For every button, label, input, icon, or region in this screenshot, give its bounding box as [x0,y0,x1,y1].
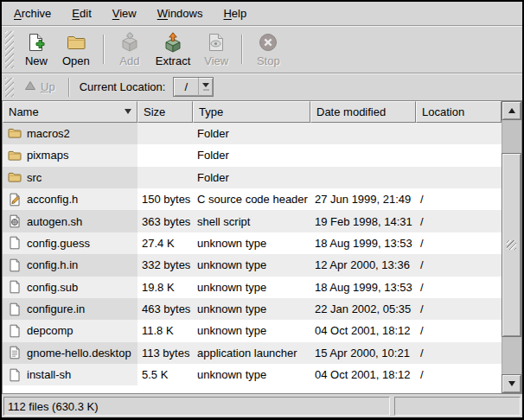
file-name: config.guess [27,237,90,250]
toolbar-button-open[interactable]: Open [55,29,97,69]
combobox-dropdown-button[interactable] [198,78,213,96]
toolbar-button-label: New [25,54,48,67]
column-header-label: Location [422,105,464,118]
menu-item-view[interactable]: View [102,4,147,22]
cell-name: src [3,167,137,188]
cell-type: unknown type [193,232,310,254]
table-row[interactable]: gnome-hello.desktop113 bytesapplication … [3,342,502,364]
cell-name: config.sub [3,277,137,298]
cell-date-modified: 27 Jun 1999, 21:49 [310,188,416,210]
toolbar-drag-handle[interactable] [5,31,14,68]
cell-date-modified [310,167,416,188]
column-header-label: Size [144,105,165,118]
table-row[interactable]: config.guess27.4 Kunknown type18 Aug 199… [3,232,502,254]
cell-location: / [416,277,502,298]
locationbar-drag-handle[interactable] [5,78,14,97]
cell-size: 363 bytes [137,210,193,232]
toolbar: NewOpenAddExtractViewStop [2,27,522,73]
cell-type: unknown type [193,298,310,320]
menu-item-archive[interactable]: Archive [3,4,61,22]
cell-location: / [416,254,502,276]
scroll-up-button[interactable] [502,101,521,120]
table-row[interactable]: autogen.sh363 bytesshell script19 Feb 19… [3,210,502,232]
scrollbar-trough[interactable] [502,120,521,374]
table-header: NameSizeTypeDate modifiedLocation [3,101,502,123]
table-row[interactable]: acconfig.h150 bytesC source code header2… [3,188,502,210]
table-row[interactable]: configure.in463 bytesunknown type22 Jan … [3,298,502,320]
column-header-date-modified[interactable]: Date modified [310,101,416,123]
toolbar-button-extract[interactable]: Extract [149,29,197,69]
view-document-icon [206,32,227,53]
menu-item-windows[interactable]: Windows [147,4,214,22]
current-location-label: Current Location: [80,80,166,93]
cell-date-modified: 19 Feb 1998, 14:31 [310,210,416,232]
doc-lines-icon [8,346,22,360]
location-combobox[interactable]: / [173,77,214,97]
doc-icon [8,302,22,316]
doc-icon [8,368,22,382]
cell-name: depcomp [3,320,137,341]
cell-name: macros2 [3,123,137,144]
menu-item-edit[interactable]: Edit [61,4,101,22]
table-row[interactable]: srcFolder [3,167,502,188]
table-row[interactable]: install-sh5.5 Kunknown type04 Oct 2001, … [3,364,502,385]
cell-location [416,144,502,166]
column-header-label: Name [9,105,39,118]
open-folder-icon [66,32,86,53]
up-button-label: Up [41,80,55,93]
sort-indicator-icon [125,109,131,114]
scroll-down-button[interactable] [502,374,521,393]
toolbar-button-label: Stop [257,54,280,67]
cell-location: / [416,210,502,232]
up-button[interactable]: Up [17,79,62,95]
location-combobox-value: / [174,78,198,96]
folder-icon [8,126,22,140]
column-header-name[interactable]: Name [3,101,137,123]
column-header-size[interactable]: Size [137,101,193,123]
table-row[interactable]: config.sub19.8 Kunknown type18 Aug 1999,… [3,277,502,298]
toolbar-button-label: Open [62,54,90,67]
cell-type: C source code header [193,188,310,210]
archive-manager-window: ArchiveEditViewWindowsHelp NewOpenAddExt… [0,0,524,420]
table-row[interactable]: macros2Folder [3,123,502,144]
locationbar-group-separator [68,78,70,97]
doc-icon [8,258,22,272]
folder-icon [8,170,22,184]
cell-type: unknown type [193,254,310,276]
cell-size: 113 bytes [137,342,193,364]
cell-location: / [416,342,502,364]
doc-edit-icon [8,193,22,207]
menu-item-help[interactable]: Help [213,4,257,22]
cell-name: acconfig.h [3,188,137,210]
doc-gear-icon [8,214,22,228]
cell-date-modified: 15 Apr 2000, 10:21 [310,342,416,364]
cell-date-modified: 04 Oct 2001, 18:12 [310,364,416,385]
cell-location: / [416,298,502,320]
vertical-scrollbar[interactable] [502,101,521,393]
stop-icon [258,32,278,53]
cell-name: gnome-hello.desktop [3,342,137,364]
toolbar-button-add[interactable]: Add [111,29,149,69]
table-row[interactable]: pixmapsFolder [3,144,502,166]
scrollbar-slider[interactable] [502,153,521,337]
status-progress-box [394,397,521,416]
file-name: depcomp [27,324,73,337]
column-header-location[interactable]: Location [416,101,502,123]
doc-icon [8,280,22,294]
table-row[interactable]: depcomp11.8 Kunknown type04 Oct 2001, 18… [3,320,502,341]
file-name: config.sub [27,281,78,294]
file-name: gnome-hello.desktop [27,347,131,360]
cell-name: config.h.in [3,254,137,276]
toolbar-button-view[interactable]: View [197,29,235,69]
file-name: autogen.sh [27,215,82,228]
file-list-viewport: NameSizeTypeDate modifiedLocation macros… [2,100,522,394]
toolbar-button-new[interactable]: New [17,29,55,69]
cell-size: 11.8 K [137,320,193,341]
table-row[interactable]: config.h.in332 bytesunknown type12 Apr 2… [3,254,502,276]
toolbar-button-label: View [204,54,228,67]
toolbar-group-separator [103,35,105,64]
folder-icon [8,149,22,162]
column-header-type[interactable]: Type [193,101,310,123]
cell-location [416,167,502,188]
toolbar-button-stop[interactable]: Stop [249,29,287,69]
